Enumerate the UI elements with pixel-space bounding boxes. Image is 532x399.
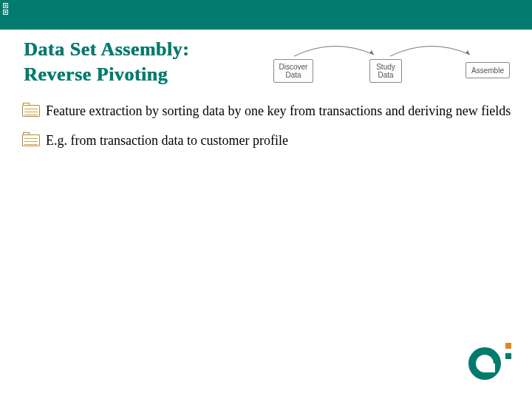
- bullet-text: Feature extraction by sorting data by on…: [46, 102, 517, 120]
- logo-accent-square-teal: [505, 353, 511, 359]
- flow-step-assemble: Assemble: [466, 62, 510, 78]
- bullet-item: E.g. from transaction data to customer p…: [22, 132, 517, 149]
- flow-step-study: Study Data: [369, 59, 402, 83]
- folder-icon: [22, 133, 41, 148]
- flow-arrow-2: [386, 41, 474, 59]
- logo-ring-icon: [468, 347, 501, 380]
- flow-step-study-label: Study Data: [376, 63, 395, 79]
- body-content: Feature extraction by sorting data by on…: [22, 102, 517, 162]
- folder-icon: [22, 103, 41, 118]
- header-glyph-1: [3, 3, 8, 8]
- bullet-item: Feature extraction by sorting data by on…: [22, 102, 517, 120]
- flow-step-assemble-label: Assemble: [471, 66, 504, 75]
- flow-diagram: Discover Data Study Data Assemble: [273, 44, 525, 103]
- header-icon-column: [3, 3, 15, 15]
- logo-accent-square-orange: [505, 343, 511, 349]
- flow-arrow-1: [290, 41, 378, 59]
- slide: Data Set Assembly: Reverse Pivoting Disc…: [0, 0, 532, 399]
- title-line-2: Reverse Pivoting: [24, 64, 168, 86]
- flow-step-discover: Discover Data: [273, 59, 313, 83]
- title-line-1: Data Set Assembly:: [24, 38, 189, 61]
- header-glyph-2: [3, 10, 8, 15]
- header-bar: [0, 0, 532, 30]
- footer-logo: [467, 343, 511, 381]
- bullet-text: E.g. from transaction data to customer p…: [46, 132, 517, 149]
- flow-step-discover-label: Discover Data: [279, 63, 308, 79]
